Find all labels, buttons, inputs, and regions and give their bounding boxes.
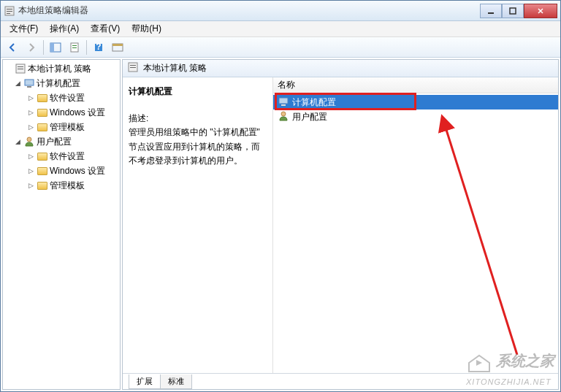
toolbar: ? bbox=[1, 37, 560, 58]
menu-file[interactable]: 文件(F) bbox=[4, 21, 44, 36]
folder-icon bbox=[37, 150, 48, 162]
svg-rect-2 bbox=[7, 11, 12, 12]
svg-rect-1 bbox=[7, 9, 12, 9]
svg-rect-7 bbox=[50, 43, 54, 52]
svg-rect-22 bbox=[130, 65, 136, 66]
computer-icon bbox=[278, 96, 289, 109]
menu-help[interactable]: 帮助(H) bbox=[126, 21, 167, 36]
user-icon bbox=[23, 136, 35, 147]
tree-label: Windows 设置 bbox=[50, 107, 105, 119]
tree-label: 管理模板 bbox=[50, 180, 85, 192]
svg-rect-25 bbox=[281, 104, 286, 106]
svg-rect-17 bbox=[18, 69, 23, 69]
tab-standard[interactable]: 标准 bbox=[160, 374, 192, 389]
details-pane: 本地计算机 策略 计算机配置 描述: 管理员用组策略中的 "计算机配置" 节点设… bbox=[122, 59, 559, 390]
menubar: 文件(F) 操作(A) 查看(V) 帮助(H) bbox=[1, 21, 560, 37]
folder-icon bbox=[37, 165, 48, 177]
tree-admin-templates[interactable]: ▷ 管理模板 bbox=[3, 120, 120, 134]
svg-rect-5 bbox=[510, 8, 516, 14]
list-items: 计算机配置 用户配置 bbox=[273, 93, 558, 126]
properties-button[interactable] bbox=[66, 39, 83, 55]
svg-text:?: ? bbox=[96, 42, 101, 52]
folder-icon bbox=[37, 121, 48, 133]
svg-rect-19 bbox=[27, 86, 31, 88]
expand-icon[interactable]: ▷ bbox=[26, 166, 35, 175]
menu-action[interactable]: 操作(A) bbox=[44, 21, 85, 36]
help-button[interactable]: ? bbox=[90, 39, 107, 55]
folder-icon bbox=[37, 92, 48, 104]
tree-software-settings[interactable]: ▷ 软件设置 bbox=[3, 91, 120, 105]
tree-label: 管理模板 bbox=[50, 121, 85, 134]
tree-user-config[interactable]: ◢ 用户配置 bbox=[3, 134, 120, 149]
folder-icon bbox=[37, 107, 48, 118]
computer-icon bbox=[23, 77, 35, 89]
user-icon bbox=[278, 110, 289, 124]
expand-icon[interactable]: ▷ bbox=[26, 181, 35, 190]
folder-icon bbox=[37, 180, 48, 191]
tree-pane[interactable]: 本地计算机 策略 ◢ 计算机配置 ▷ 软件设置 ▷ Windows 设置 ▷ 管… bbox=[2, 59, 121, 390]
tree-label: Windows 设置 bbox=[50, 165, 105, 177]
tree-label: 软件设置 bbox=[50, 150, 85, 163]
expand-icon[interactable]: ▷ bbox=[26, 123, 35, 131]
policy-icon bbox=[127, 61, 139, 75]
close-button[interactable] bbox=[524, 4, 557, 18]
tree-windows-settings[interactable]: ▷ Windows 设置 bbox=[3, 105, 120, 120]
tree-windows-settings[interactable]: ▷ Windows 设置 bbox=[3, 164, 120, 178]
tree-admin-templates[interactable]: ▷ 管理模板 bbox=[3, 178, 120, 193]
app-icon bbox=[4, 5, 15, 17]
svg-rect-18 bbox=[25, 80, 34, 85]
tree-label: 本地计算机 策略 bbox=[28, 63, 91, 75]
svg-rect-14 bbox=[112, 44, 123, 46]
view-tabs: 扩展 标准 bbox=[123, 373, 558, 389]
titlebar[interactable]: 本地组策略编辑器 bbox=[1, 1, 560, 21]
svg-rect-3 bbox=[7, 13, 10, 14]
expand-icon[interactable]: ▷ bbox=[26, 108, 35, 117]
svg-rect-10 bbox=[72, 47, 77, 48]
svg-rect-23 bbox=[130, 67, 136, 68]
maximize-button[interactable] bbox=[502, 4, 524, 18]
window: 本地组策略编辑器 文件(F) 操作(A) 查看(V) 帮助(H) ? 本地计算机… bbox=[0, 0, 561, 392]
svg-point-20 bbox=[27, 137, 31, 142]
tab-extended[interactable]: 扩展 bbox=[129, 374, 161, 389]
section-title: 计算机配置 bbox=[129, 85, 267, 99]
expand-icon[interactable]: ▷ bbox=[26, 93, 35, 102]
minimize-button[interactable] bbox=[480, 4, 502, 18]
description-label: 描述: bbox=[129, 112, 267, 126]
column-header-name[interactable]: 名称 bbox=[273, 77, 558, 93]
toolbar-separator bbox=[43, 40, 44, 55]
tree-label: 软件设置 bbox=[50, 92, 85, 104]
back-button[interactable] bbox=[4, 39, 21, 55]
expand-icon[interactable] bbox=[4, 64, 13, 73]
forward-button[interactable] bbox=[23, 39, 40, 55]
svg-rect-24 bbox=[279, 98, 288, 104]
policy-icon bbox=[15, 63, 26, 74]
svg-rect-9 bbox=[72, 45, 77, 46]
list-item-user-config[interactable]: 用户配置 bbox=[273, 109, 558, 124]
expand-icon[interactable]: ▷ bbox=[26, 152, 35, 161]
menu-view[interactable]: 查看(V) bbox=[85, 21, 126, 36]
svg-point-26 bbox=[281, 112, 286, 116]
window-buttons bbox=[480, 4, 557, 18]
list-item-computer-config[interactable]: 计算机配置 bbox=[273, 95, 558, 109]
svg-rect-16 bbox=[18, 66, 23, 67]
description-text: 管理员用组策略中的 "计算机配置" 节点设置应用到计算机的策略，而不考虑登录到计… bbox=[129, 126, 267, 168]
list-item-label: 用户配置 bbox=[292, 111, 327, 123]
details-header: 本地计算机 策略 bbox=[123, 60, 558, 77]
tree-label: 用户配置 bbox=[37, 136, 72, 148]
list-item-label: 计算机配置 bbox=[292, 96, 336, 109]
show-hide-tree-button[interactable] bbox=[47, 39, 64, 55]
content-area: 本地计算机 策略 ◢ 计算机配置 ▷ 软件设置 ▷ Windows 设置 ▷ 管… bbox=[1, 58, 560, 391]
toolbar-separator bbox=[86, 40, 87, 55]
window-title: 本地组策略编辑器 bbox=[18, 4, 480, 17]
tree-software-settings[interactable]: ▷ 软件设置 bbox=[3, 149, 120, 164]
collapse-icon[interactable]: ◢ bbox=[13, 137, 22, 146]
tree-root[interactable]: 本地计算机 策略 bbox=[3, 61, 120, 76]
collapse-icon[interactable]: ◢ bbox=[13, 79, 22, 88]
details-title: 本地计算机 策略 bbox=[143, 62, 207, 74]
details-body: 计算机配置 描述: 管理员用组策略中的 "计算机配置" 节点设置应用到计算机的策… bbox=[123, 77, 558, 373]
list-pane: 名称 计算机配置 用户配置 bbox=[273, 77, 558, 373]
filter-button[interactable] bbox=[109, 39, 126, 55]
svg-rect-4 bbox=[488, 12, 494, 14]
tree-computer-config[interactable]: ◢ 计算机配置 bbox=[3, 76, 120, 91]
description-pane: 计算机配置 描述: 管理员用组策略中的 "计算机配置" 节点设置应用到计算机的策… bbox=[123, 77, 273, 373]
